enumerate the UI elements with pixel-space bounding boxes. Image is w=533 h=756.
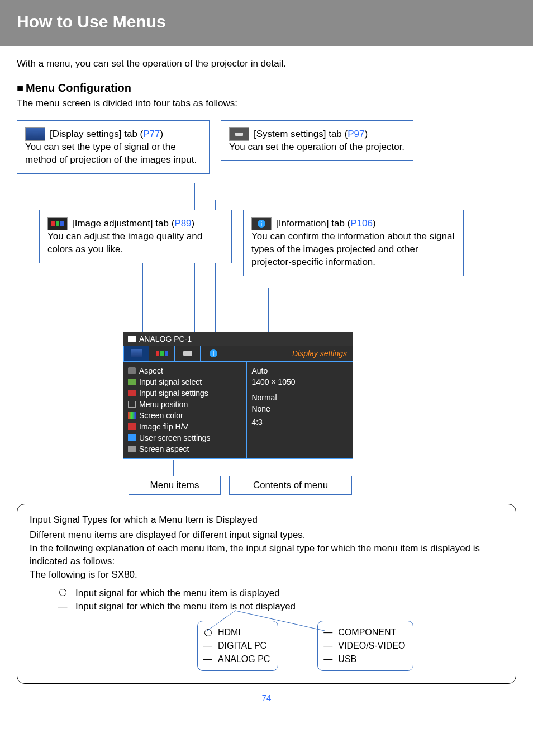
section-marker: ■ xyxy=(17,82,23,94)
menu-value-text: Normal xyxy=(251,393,277,402)
menu-item-label: Menu position xyxy=(139,400,188,409)
callout-label: [Display settings] tab ( xyxy=(50,129,143,139)
connector-line xyxy=(34,183,34,295)
image-tab-icon xyxy=(47,217,68,230)
menu-item-label: Image flip H/V xyxy=(139,422,188,431)
menu-value-text: 4:3 xyxy=(251,418,262,427)
intro-text: With a menu, you can set the operation o… xyxy=(17,58,516,69)
proj-tab-image[interactable] xyxy=(149,346,175,361)
signal-label: DIGITAL PC xyxy=(218,640,266,652)
menu-value: Auto xyxy=(251,365,348,376)
signal-row: —USB xyxy=(323,653,405,666)
page-link[interactable]: P89 xyxy=(174,218,191,229)
page-link[interactable]: P97 xyxy=(348,129,364,139)
screen-color-icon xyxy=(128,412,136,419)
system-tab-icon xyxy=(229,127,249,141)
menu-value-text: 1400 × 1050 xyxy=(251,377,295,386)
connector-line xyxy=(194,183,195,345)
label-menu-items: Menu items xyxy=(129,476,221,495)
projector-values-col: Auto 1400 × 1050 Normal None 4:3 xyxy=(247,362,353,458)
callout-image-adjustment: [Image adjustment] tab (P89) You can adj… xyxy=(39,210,232,263)
svg-rect-3 xyxy=(60,221,64,226)
projector-tabs: i Display settings xyxy=(123,346,353,362)
menu-item[interactable]: Aspect xyxy=(128,365,242,376)
proj-tab-info[interactable]: i xyxy=(201,346,226,361)
label-contents: Contents of menu xyxy=(229,476,352,495)
page-number: 74 xyxy=(17,693,516,702)
svg-rect-6 xyxy=(156,351,159,356)
connector-line xyxy=(142,262,143,341)
menu-item[interactable]: Screen color xyxy=(128,410,242,421)
proj-tab-display[interactable] xyxy=(123,346,149,361)
page-link[interactable]: P77 xyxy=(143,129,160,139)
callouts-area: [Display settings] tab (P77) You can set… xyxy=(17,120,516,500)
svg-rect-2 xyxy=(56,221,59,226)
menu-item-label: Input signal settings xyxy=(139,389,208,398)
callout-label-post: ) xyxy=(192,218,195,229)
callout-desc: You can set the type of signal or the me… xyxy=(25,141,201,167)
connector-line xyxy=(194,183,195,183)
dash-icon: — xyxy=(323,640,332,652)
dash-icon: — xyxy=(203,653,212,665)
svg-text:i: i xyxy=(261,220,262,227)
info-panel-line: In the following explanation of each men… xyxy=(30,542,503,568)
signal-label: VIDEO/S-VIDEO xyxy=(338,640,405,652)
menu-value: 4:3 xyxy=(251,417,348,428)
callout-label-post: ) xyxy=(160,129,164,139)
signal-label: ANALOG PC xyxy=(218,653,270,665)
callout-information: i [Information] tab (P106) You can confi… xyxy=(243,210,464,276)
callout-label: [System settings] tab ( xyxy=(254,129,348,139)
projector-menu: ANALOG PC-1 i Display settings Aspect In… xyxy=(123,332,353,459)
callout-desc: You can adjust the image quality and col… xyxy=(47,230,223,256)
input-select-icon xyxy=(128,379,136,385)
signal-label: ANALOG PC-1 xyxy=(139,334,192,343)
menu-value: 1400 × 1050 xyxy=(251,376,348,388)
display-tab-icon xyxy=(131,349,142,357)
page-body: With a menu, you can set the operation o… xyxy=(0,46,533,714)
svg-rect-0 xyxy=(235,133,243,136)
info-panel-heading: Input Signal Types for which a Menu Item… xyxy=(30,513,503,526)
section-heading: Menu Configuration xyxy=(26,82,131,94)
user-screen-icon xyxy=(128,434,136,441)
section-desc: The menu screen is divided into four tab… xyxy=(17,98,516,109)
aspect-icon xyxy=(128,367,136,374)
menu-item[interactable]: Menu position xyxy=(128,399,242,410)
info-panel: Input Signal Types for which a Menu Item… xyxy=(17,504,516,684)
projector-signal-row: ANALOG PC-1 xyxy=(123,332,353,346)
svg-rect-7 xyxy=(160,351,164,356)
callout-system-settings: [System settings] tab (P97) You can set … xyxy=(221,120,413,161)
menu-value: Normal xyxy=(251,392,348,403)
proj-tab-system[interactable] xyxy=(175,346,201,361)
menu-item-label: Screen aspect xyxy=(139,445,189,453)
menu-item[interactable]: User screen settings xyxy=(128,432,242,443)
display-tab-icon xyxy=(25,127,45,141)
menu-item-label: User screen settings xyxy=(139,433,211,442)
callout-label-post: ) xyxy=(373,218,376,229)
svg-text:i: i xyxy=(212,351,213,357)
menu-item[interactable]: Screen aspect xyxy=(128,443,242,455)
legend-list: Input signal for which the menu item is … xyxy=(58,587,503,613)
svg-line-13 xyxy=(235,611,325,631)
connector-line xyxy=(291,460,291,476)
dash-icon: — xyxy=(323,653,332,665)
signal-row: —VIDEO/S-VIDEO xyxy=(323,639,405,653)
signal-row: —DIGITAL PC xyxy=(203,639,270,653)
info-tab-icon: i xyxy=(251,217,272,230)
connector-line xyxy=(235,172,235,200)
projector-items-col: Aspect Input signal select Input signal … xyxy=(123,362,247,458)
menu-item-label: Aspect xyxy=(139,366,163,375)
menu-value: None xyxy=(251,403,348,414)
connector-line xyxy=(173,460,174,476)
legend-row-yes: Input signal for which the menu item is … xyxy=(58,587,503,599)
screen-aspect-icon xyxy=(128,446,136,452)
callout-label-post: ) xyxy=(364,129,368,139)
callout-label: [Image adjustment] tab ( xyxy=(72,218,174,229)
pointer-lines xyxy=(196,609,364,632)
menu-item-label: Screen color xyxy=(139,411,183,420)
menu-item[interactable]: Input signal select xyxy=(128,376,242,388)
menu-value-text: Auto xyxy=(251,366,268,375)
menu-item[interactable]: Input signal settings xyxy=(128,388,242,399)
signal-label: USB xyxy=(338,653,356,665)
page-link[interactable]: P106 xyxy=(350,218,373,229)
menu-item[interactable]: Image flip H/V xyxy=(128,421,242,432)
